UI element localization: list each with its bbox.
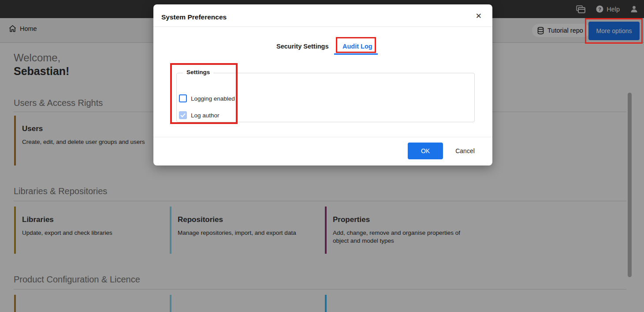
tab-security-settings[interactable]: Security Settings <box>276 43 328 50</box>
ok-button[interactable]: OK <box>408 143 443 159</box>
cancel-button[interactable]: Cancel <box>445 143 485 159</box>
checkbox-row-logging-enabled: Logging enabled <box>179 94 235 102</box>
tab-audit-log[interactable]: Audit Log <box>342 43 372 50</box>
dialog-title: System Preferences <box>161 13 227 21</box>
logging-enabled-checkbox[interactable] <box>179 94 187 102</box>
settings-fieldset: Settings Logging enabled Log author <box>176 73 475 122</box>
log-author-checkbox[interactable] <box>179 111 187 119</box>
checkbox-row-log-author: Log author <box>179 111 220 119</box>
app-window: ? Help Home <box>0 0 644 312</box>
footer-divider <box>153 137 492 137</box>
close-icon[interactable]: ✕ <box>476 12 482 20</box>
checkbox-label: Logging enabled <box>191 95 235 102</box>
system-preferences-dialog: System Preferences ✕ Security Settings A… <box>153 4 492 165</box>
header-divider <box>153 26 492 27</box>
checkmark-icon <box>180 113 186 117</box>
checkbox-label: Log author <box>191 112 220 119</box>
settings-legend: Settings <box>183 69 213 75</box>
active-tab-underline <box>334 53 378 55</box>
tab-label: Security Settings <box>276 43 328 50</box>
tab-label: Audit Log <box>342 43 372 50</box>
